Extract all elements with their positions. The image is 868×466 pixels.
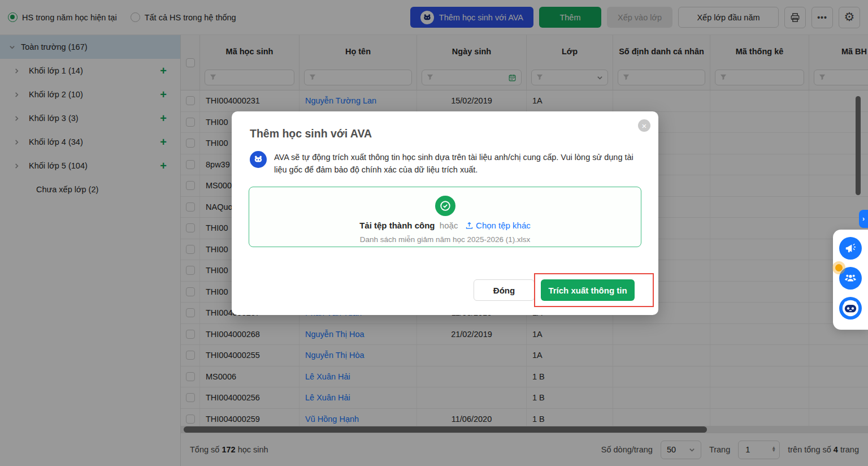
- modal-title: Thêm học sinh với AVA: [250, 127, 372, 140]
- close-modal-button[interactable]: Đóng: [474, 279, 535, 301]
- modal-description: AVA sẽ tự động trích xuất thông tin học …: [274, 151, 639, 176]
- upload-status-line: Tải tệp thành công hoặc Chọn tệp khác: [249, 221, 641, 230]
- community-button[interactable]: [839, 267, 862, 290]
- modal-description-row: AVA sẽ tự động trích xuất thông tin học …: [250, 151, 645, 176]
- megaphone-icon: [844, 242, 857, 254]
- modal-close-button[interactable]: ×: [638, 119, 650, 132]
- notification-dot: [835, 264, 843, 271]
- upload-dropzone[interactable]: Tải tệp thành công hoặc Chọn tệp khác Da…: [249, 187, 641, 247]
- ava-robot-icon: [250, 151, 267, 168]
- collapse-widget-tab[interactable]: ›: [859, 210, 868, 228]
- upload-icon: [465, 221, 474, 230]
- ava-robot-icon: [841, 299, 860, 318]
- floating-widget-panel: [833, 230, 868, 330]
- announcements-button[interactable]: [839, 237, 862, 260]
- uploaded-file-name: Danh sách miễn giảm năm học 2025-2026 (1…: [249, 235, 641, 244]
- close-icon: ×: [642, 122, 647, 130]
- check-circle-icon: [435, 196, 455, 216]
- annotation-highlight-box: [534, 273, 654, 307]
- ava-assistant-button[interactable]: [839, 297, 862, 320]
- or-text: hoặc: [440, 221, 458, 230]
- choose-other-file-link[interactable]: Chọn tệp khác: [476, 221, 531, 230]
- chevron-right-icon: ›: [862, 215, 865, 223]
- people-icon: [844, 271, 857, 285]
- upload-success-text: Tải tệp thành công: [359, 221, 435, 230]
